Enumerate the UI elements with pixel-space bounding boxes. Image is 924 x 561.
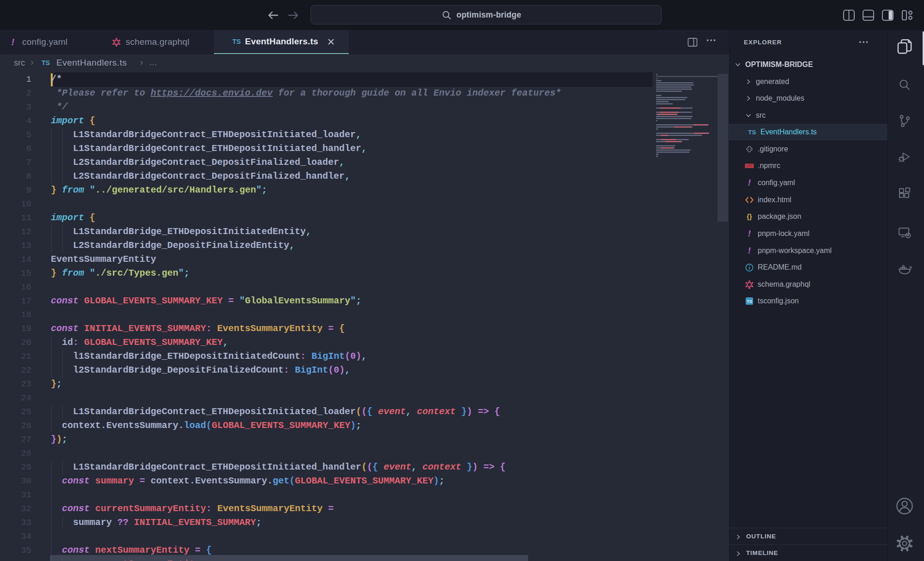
svg-text:TS: TS [747, 299, 752, 304]
